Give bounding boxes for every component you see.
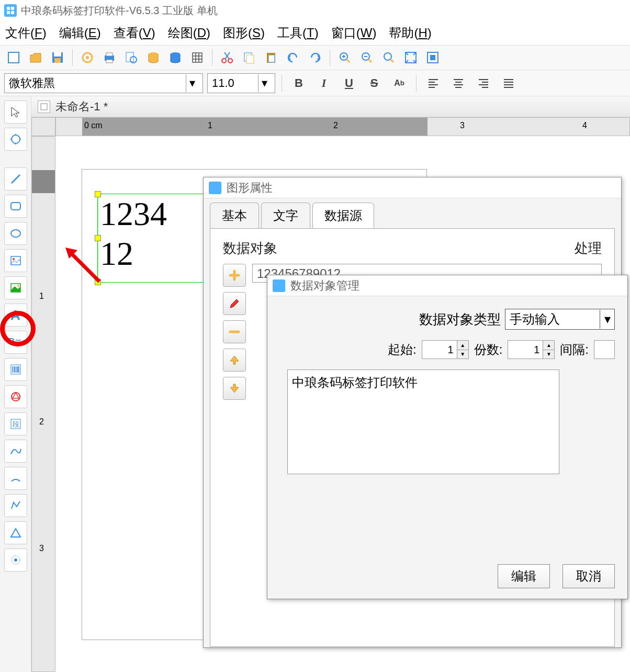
spin-up-icon[interactable]: ▲: [543, 341, 554, 350]
menu-view[interactable]: 查看(V): [114, 25, 155, 41]
cancel-button[interactable]: 取消: [562, 564, 615, 588]
svg-point-34: [13, 258, 15, 260]
italic-button[interactable]: I: [313, 74, 334, 93]
menu-window[interactable]: 窗口(W): [331, 25, 377, 41]
svg-line-30: [12, 175, 20, 183]
save-button[interactable]: [48, 48, 67, 67]
start-input[interactable]: [422, 341, 457, 359]
zoom-reset-button[interactable]: [379, 48, 398, 67]
spin-down-icon[interactable]: ▼: [543, 350, 554, 359]
qrcode-tool[interactable]: [4, 385, 27, 408]
edit-button[interactable]: [223, 292, 246, 315]
copy-button[interactable]: [240, 48, 258, 67]
type-select[interactable]: 手动输入 ▾: [505, 309, 615, 330]
tool-palette: A R 段: [0, 96, 31, 672]
svg-text:段: 段: [13, 420, 19, 428]
font-name: 微软雅黑: [9, 75, 55, 91]
underline-button[interactable]: U: [339, 74, 359, 93]
interval-input[interactable]: [594, 341, 614, 359]
tab-basic[interactable]: 基本: [210, 203, 259, 228]
text-tool[interactable]: A: [4, 304, 27, 327]
zoom-in-button[interactable]: [335, 48, 354, 67]
polyline-tool[interactable]: [4, 494, 27, 517]
document-tab[interactable]: 未命名-1 *: [31, 96, 630, 117]
arc-tool[interactable]: [4, 467, 27, 490]
undo-button[interactable]: [284, 48, 302, 67]
redo-button[interactable]: [306, 48, 324, 67]
richtext-tool[interactable]: R: [4, 331, 27, 354]
svg-rect-2: [7, 11, 10, 14]
image-tool[interactable]: [4, 249, 27, 272]
menu-file[interactable]: 文件(F): [5, 25, 47, 41]
fullscreen-button[interactable]: [423, 48, 442, 67]
strike-button[interactable]: S: [364, 74, 385, 93]
pointer-tool[interactable]: [4, 100, 27, 124]
print-button[interactable]: [100, 48, 119, 67]
align-right-button[interactable]: [473, 74, 494, 93]
font-select[interactable]: 微软雅黑 ▾: [4, 73, 203, 93]
dialog-titlebar[interactable]: 图形属性: [204, 177, 621, 198]
line-tool[interactable]: [4, 167, 27, 191]
add-button[interactable]: [223, 264, 246, 287]
grid-button[interactable]: [188, 48, 207, 67]
align-left-button[interactable]: [423, 74, 444, 93]
menu-edit[interactable]: 编辑(E): [59, 25, 101, 41]
spin-down-icon[interactable]: ▼: [457, 350, 468, 359]
dialog-tabs: 基本 文字 数据源: [204, 198, 621, 228]
bold-button[interactable]: B: [288, 74, 309, 93]
start-spinner[interactable]: ▲▼: [422, 340, 469, 359]
pan-tool[interactable]: [4, 128, 27, 151]
interval-spinner[interactable]: [594, 340, 615, 359]
menu-shape[interactable]: 图形(S): [223, 25, 265, 41]
barcode-tool[interactable]: [4, 358, 27, 381]
tab-text[interactable]: 文字: [261, 203, 310, 228]
curve-tool[interactable]: [4, 440, 27, 463]
open-button[interactable]: [26, 48, 45, 67]
variable-tool[interactable]: 段: [4, 412, 27, 435]
align-justify-button[interactable]: [498, 74, 519, 93]
interval-label: 间隔:: [560, 341, 589, 358]
database-button[interactable]: [144, 48, 163, 67]
ellipse-tool[interactable]: [4, 222, 27, 245]
menu-help[interactable]: 帮助(H): [389, 25, 431, 41]
menu-draw[interactable]: 绘图(D): [168, 25, 210, 41]
move-up-button[interactable]: [223, 349, 246, 372]
database-link-button[interactable]: [166, 48, 185, 67]
ruler-horizontal: 0 cm 1 2 3 4: [55, 117, 630, 136]
rounded-rect-tool[interactable]: [4, 195, 27, 218]
new-button[interactable]: [4, 48, 23, 67]
svg-rect-0: [7, 7, 10, 10]
polygon-tool[interactable]: [4, 548, 27, 572]
svg-rect-12: [106, 60, 113, 63]
count-spinner[interactable]: ▲▼: [508, 340, 555, 359]
triangle-tool[interactable]: [4, 521, 27, 544]
move-down-button[interactable]: [223, 377, 246, 400]
zoom-out-button[interactable]: [357, 48, 376, 67]
count-input[interactable]: [508, 341, 543, 359]
document-tab-name: 未命名-1 *: [55, 99, 108, 115]
size-select[interactable]: 11.0 ▾: [207, 73, 275, 93]
svg-rect-11: [106, 53, 113, 56]
svg-rect-6: [54, 52, 61, 57]
svg-rect-20: [246, 55, 254, 63]
remove-button[interactable]: [223, 320, 246, 343]
superscript-button[interactable]: Ab: [389, 74, 410, 93]
content-textarea[interactable]: [287, 369, 559, 474]
ruler-mark: 4: [582, 121, 587, 130]
svg-point-29: [12, 135, 20, 143]
spin-up-icon[interactable]: ▲: [457, 341, 468, 350]
svg-rect-4: [8, 52, 19, 63]
edit-button[interactable]: 编辑: [498, 564, 550, 588]
cut-button[interactable]: [218, 48, 237, 67]
align-center-button[interactable]: [448, 74, 469, 93]
paste-button[interactable]: [262, 48, 280, 67]
fit-button[interactable]: [401, 48, 420, 67]
toolbar: [0, 45, 630, 70]
settings-button[interactable]: [78, 48, 97, 67]
dialog-titlebar[interactable]: 数据对象管理: [267, 275, 627, 296]
ruler-mark: 2: [39, 417, 44, 427]
picture-tool[interactable]: [4, 276, 27, 299]
tab-datasource[interactable]: 数据源: [312, 203, 374, 228]
preview-button[interactable]: [122, 48, 141, 67]
menu-tools[interactable]: 工具(T): [277, 25, 319, 41]
